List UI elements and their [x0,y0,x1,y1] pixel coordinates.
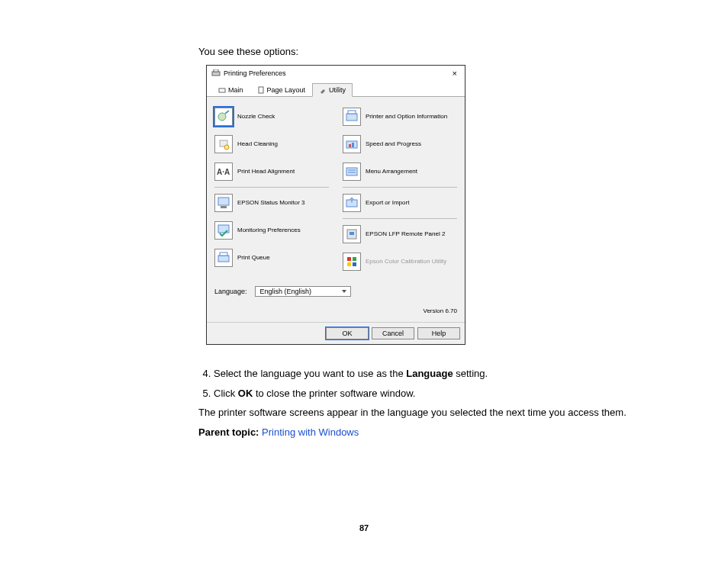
version-text: Version 6.70 [214,307,457,314]
utility-label: Export or Import [366,200,409,207]
svg-rect-25 [353,257,356,261]
utility-lfp-remote[interactable]: EPSON LFP Remote Panel 2 [343,220,457,248]
svg-rect-1 [214,69,218,72]
tab-utility[interactable]: Utility [312,83,353,97]
close-button[interactable]: × [449,69,460,78]
utility-label: Print Queue [237,255,270,262]
intro-text: You see these options: [198,46,636,57]
tab-strip: Main Page Layout Utility [207,81,465,96]
wrench-icon [319,86,327,94]
parent-topic-label: Parent topic: [198,426,259,438]
svg-rect-8 [218,198,229,205]
utility-label: Menu Arrangement [366,169,417,175]
utility-monitor-prefs[interactable]: Monitoring Preferences [214,217,329,244]
head-cleaning-icon [214,135,233,153]
svg-text:A·A: A·A [217,168,230,176]
page-number: 87 [0,523,728,532]
step-text: setting. [453,368,488,379]
utility-nozzle-check[interactable]: Nozzle Check [214,103,329,130]
tab-label: Page Layout [267,86,306,94]
divider [343,187,457,188]
svg-rect-11 [218,256,229,262]
svg-rect-26 [347,262,351,266]
utility-speed-progress[interactable]: Speed and Progress [343,130,457,158]
cancel-button[interactable]: Cancel [372,327,414,339]
speed-progress-icon [343,135,361,153]
language-select[interactable]: English (English) [255,286,351,297]
menu-arrangement-icon [343,162,361,181]
utility-label: Printer and Option Information [366,114,447,121]
utility-label: EPSON LFP Remote Panel 2 [366,231,445,238]
step-text: Click [214,388,238,399]
step-5: Click OK to close the printer software w… [214,386,636,401]
step-strong: Language [406,368,453,379]
svg-rect-0 [212,72,220,76]
status-monitor-icon [214,194,233,212]
svg-rect-13 [346,114,357,121]
dialog-button-row: OK Cancel Help [207,322,465,344]
utility-label: Head Cleaning [237,141,278,148]
printing-preferences-dialog: Printing Preferences × Main Page Layout … [206,65,465,345]
utility-export-import[interactable]: Export or Import [343,189,457,217]
dialog-body: Nozzle CheckHead CleaningA·APrint Head A… [207,96,465,322]
tab-main[interactable]: Main [211,83,250,97]
color-calib-icon [343,253,361,271]
page-icon [257,86,265,94]
svg-point-4 [218,113,226,121]
svg-rect-16 [349,144,351,147]
utility-print-head-align[interactable]: A·APrint Head Alignment [214,158,329,185]
svg-rect-18 [346,168,357,175]
utility-color-calib: Epson Color Calibration Utility [343,248,457,275]
utility-label: EPSON Status Monitor 3 [237,200,304,207]
print-queue-icon [214,249,233,267]
parent-topic: Parent topic: Printing with Windows [198,425,636,440]
svg-rect-23 [350,232,354,235]
utility-head-cleaning[interactable]: Head Cleaning [214,130,329,158]
utility-label: Epson Color Calibration Utility [366,259,446,265]
utility-menu-arrangement[interactable]: Menu Arrangement [343,158,457,185]
dialog-title: Printing Preferences [224,69,449,77]
svg-rect-2 [219,88,225,92]
utility-print-queue[interactable]: Print Queue [214,244,329,272]
step-strong: OK [238,388,253,399]
help-button[interactable]: Help [417,327,460,339]
parent-topic-link[interactable]: Printing with Windows [262,426,359,438]
svg-rect-24 [347,257,351,261]
step-4: Select the language you want to use as t… [214,366,636,381]
monitor-prefs-icon [214,221,233,240]
utility-status-monitor[interactable]: EPSON Status Monitor 3 [214,189,329,217]
tab-label: Utility [329,86,346,94]
print-head-align-icon: A·A [214,162,233,181]
svg-rect-9 [221,206,227,208]
utility-printer-info[interactable]: Printer and Option Information [343,103,457,130]
printer-info-icon [343,108,361,126]
svg-rect-27 [353,262,356,266]
nozzle-check-icon [214,108,233,126]
utility-label: Print Head Alignment [237,169,295,175]
step-text: to close the printer software window. [253,388,415,399]
svg-rect-12 [220,253,227,256]
printer-small-icon [218,86,226,94]
utility-label: Monitoring Preferences [237,227,301,234]
svg-point-6 [224,145,229,150]
instruction-steps: Select the language you want to use as t… [198,366,636,401]
svg-rect-3 [259,87,263,93]
svg-rect-17 [352,143,354,147]
export-import-icon [343,194,361,212]
language-label: Language: [214,288,247,295]
printer-icon [211,69,221,77]
tab-label: Main [228,86,243,94]
closing-text: The printer software screens appear in t… [198,405,636,420]
divider [343,218,457,219]
ok-button[interactable]: OK [326,327,369,339]
step-text: Select the language you want to use as t… [214,368,406,379]
divider [214,187,329,188]
utility-label: Speed and Progress [366,141,421,148]
dialog-titlebar: Printing Preferences × [207,66,465,81]
lfp-remote-icon [343,225,361,243]
utility-label: Nozzle Check [237,114,275,121]
tab-page-layout[interactable]: Page Layout [250,83,313,97]
svg-rect-14 [348,111,356,114]
